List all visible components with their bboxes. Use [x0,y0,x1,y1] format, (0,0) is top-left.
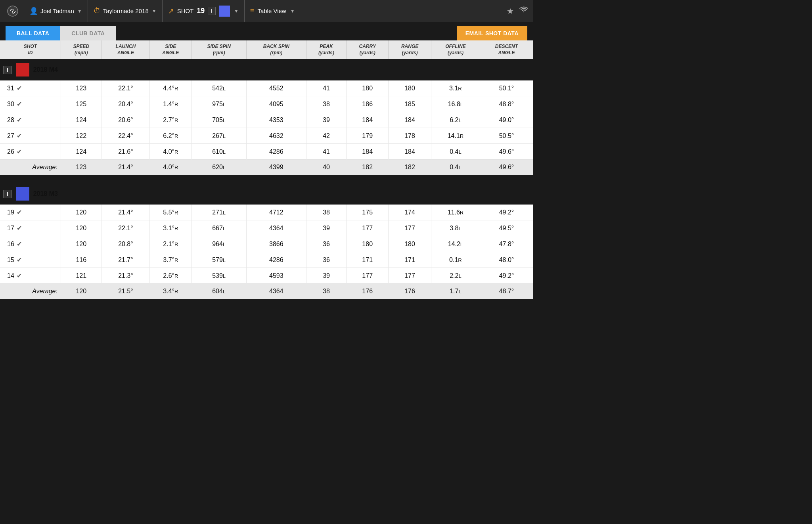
cell-launch-angle: 21.7° [102,252,150,268]
table-row[interactable]: 17✔12022.1°3.1°R667L4364391771773.8L49.5… [0,220,533,236]
cell-offline: 0.1R [431,252,480,268]
cell-back-spin: 4632 [246,128,306,144]
cell-side-spin: 975L [192,96,246,112]
col-peak: PEAK(yards) [306,40,346,59]
club-section[interactable]: ⏱ Taylormade 2018 ▼ [88,0,163,22]
cell-side-angle: 3.7°R [150,252,192,268]
group-header-m3: I2018 M3 [0,183,533,205]
avg-side-spin: 604L [192,284,246,299]
cell-speed: 125 [61,96,102,112]
avg-range: 182 [389,160,431,175]
col-launch-angle: LAUNCHANGLE [102,40,150,59]
cell-speed: 120 [61,236,102,252]
cell-range: 180 [389,236,431,252]
cell-range: 178 [389,128,431,144]
cell-side-spin: 964L [192,236,246,252]
table-view-section[interactable]: ≡ Table View ▼ [245,0,501,22]
cell-peak: 39 [306,112,346,128]
avg-side-spin: 620L [192,160,246,175]
shot-id-number: 15 [7,256,14,264]
email-shot-data-button[interactable]: EMAIL SHOT DATA [457,26,527,40]
cell-side-angle: 5.5°R [150,205,192,220]
shot-section[interactable]: ↗ SHOT 19 I ▼ [163,0,245,22]
cell-launch-angle: 22.4° [102,128,150,144]
avg-label: Average: [0,284,61,299]
cell-speed: 124 [61,144,102,160]
cell-descent: 50.5° [480,128,533,144]
table-row[interactable]: 19✔12021.4°5.5°R271L47123817517411.6R49.… [0,205,533,220]
cell-back-spin: 4286 [246,144,306,160]
group-name-m3: 2018 M3 [33,190,58,197]
avg-carry: 182 [347,160,389,175]
table-row[interactable]: 14✔12121.3°2.6°R539L4593391771772.2L49.2… [0,268,533,284]
cell-offline: 14.2L [431,236,480,252]
avg-peak: 38 [306,284,346,299]
shot-id-number: 16 [7,241,14,248]
col-speed: SPEED(mph) [61,40,102,59]
cell-launch-angle: 22.1° [102,220,150,236]
club-name: Taylormade 2018 [103,8,149,14]
avg-side: 3.4°R [150,284,192,299]
cell-range: 171 [389,252,431,268]
shot-id-number: 31 [7,85,14,92]
table-row[interactable]: 27✔12222.4°6.2°R267L46324217917814.1R50.… [0,128,533,144]
col-range: RANGE(yards) [389,40,431,59]
cell-back-spin: 4364 [246,220,306,236]
cell-side-spin: 667L [192,220,246,236]
shot-id-number: 30 [7,101,14,108]
cell-range: 185 [389,96,431,112]
cell-speed: 120 [61,220,102,236]
cell-launch-angle: 21.6° [102,144,150,160]
cell-descent: 49.5° [480,220,533,236]
cell-back-spin: 4286 [246,252,306,268]
table-row[interactable]: 16✔12020.8°2.1°R964L38663618018014.2L47.… [0,236,533,252]
tab-buttons: BALL DATA CLUB DATA [6,26,116,40]
avg-back-spin: 4399 [246,160,306,175]
cell-offline: 2.2L [431,268,480,284]
tab-ball-data[interactable]: BALL DATA [6,26,60,40]
avg-descent: 48.7° [480,284,533,299]
table-row[interactable]: 31✔12322.1°4.4°R542L4552411801803.1R50.1… [0,80,533,96]
data-table-container: SHOTID SPEED(mph) LAUNCHANGLE SIDEANGLE … [0,40,533,299]
cell-back-spin: 4712 [246,205,306,220]
cell-offline: 0.4L [431,144,480,160]
table-view-label: Table View [257,8,286,14]
avg-offline: 1.7L [431,284,480,299]
avg-side: 4.0°R [150,160,192,175]
shot-number: 19 [197,7,205,15]
check-icon: ✔ [17,100,22,108]
cell-side-angle: 4.4°R [150,80,192,96]
group-name-m4: 2018 M4 [33,66,58,73]
cell-side-spin: 271L [192,205,246,220]
col-descent: DESCENTANGLE [480,40,533,59]
table-row[interactable]: 26✔12421.6°4.0°R610L4286411841840.4L49.6… [0,144,533,160]
col-back-spin: BACK SPIN(rpm) [246,40,306,59]
user-name: Joel Tadman [40,8,74,14]
cell-side-angle: 2.6°R [150,268,192,284]
app-logo [5,3,21,19]
col-side-spin: SIDE SPIN(rpm) [192,40,246,59]
cell-offline: 6.2L [431,112,480,128]
cell-back-spin: 4593 [246,268,306,284]
bluetooth-icon[interactable]: ★ [507,6,514,16]
cell-carry: 171 [347,252,389,268]
table-row[interactable]: 15✔11621.7°3.7°R579L4286361711710.1R48.0… [0,252,533,268]
cell-offline: 14.1R [431,128,480,144]
user-section[interactable]: 👤 Joel Tadman ▼ [24,0,88,22]
cell-side-spin: 610L [192,144,246,160]
check-icon: ✔ [17,208,22,216]
cell-range: 177 [389,220,431,236]
cell-range: 177 [389,268,431,284]
avg-peak: 40 [306,160,346,175]
shot-id-number: 17 [7,225,14,232]
table-header: SHOTID SPEED(mph) LAUNCHANGLE SIDEANGLE … [0,40,533,59]
tab-club-data[interactable]: CLUB DATA [60,26,116,40]
avg-carry: 176 [347,284,389,299]
table-row[interactable]: 28✔12420.6°2.7°R705L4353391841846.2L49.0… [0,112,533,128]
cell-carry: 180 [347,236,389,252]
table-row[interactable]: 30✔12520.4°1.4°R975L40953818618516.8L48.… [0,96,533,112]
group-header-m4: I2018 M4 [0,59,533,80]
group-badge-m3: I [3,190,12,198]
cell-back-spin: 4552 [246,80,306,96]
check-icon: ✔ [17,240,22,248]
